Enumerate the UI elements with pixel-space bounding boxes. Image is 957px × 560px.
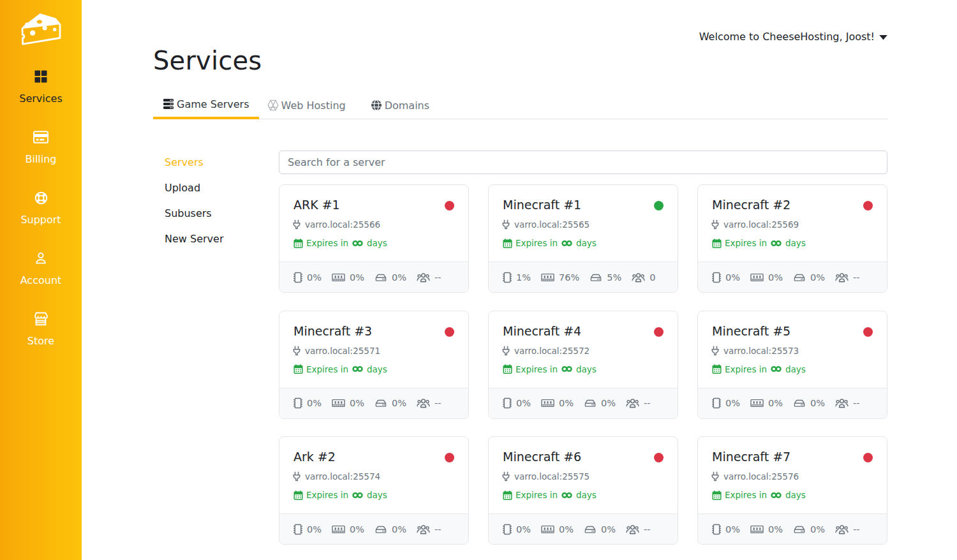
- players-stat: --: [626, 398, 650, 408]
- expiry-suffix: days: [785, 238, 806, 248]
- memory-stat: 0%: [750, 524, 783, 534]
- ram-icon: [332, 272, 345, 283]
- user-menu[interactable]: Welcome to CheeseHosting, Joost!: [699, 31, 887, 43]
- server-rack-icon: [163, 98, 174, 110]
- server-card[interactable]: Minecraft #4 varro.local:25572: [488, 311, 678, 419]
- infinity-icon: [770, 240, 782, 247]
- status-dot: [863, 201, 873, 210]
- search-input[interactable]: [279, 151, 887, 174]
- server-card-body: Ark #2 varro.local:25574: [279, 437, 468, 513]
- server-stats: 0%: [279, 388, 468, 418]
- calendar-icon: [503, 364, 512, 374]
- hexagon-globe-icon: [267, 99, 279, 111]
- server-address: varro.local:25572: [503, 346, 664, 356]
- tab-label: Web Hosting: [281, 99, 346, 112]
- subnav-item-upload[interactable]: Upload: [165, 182, 223, 195]
- people-icon: [626, 398, 639, 408]
- players-stat: 0: [632, 272, 655, 283]
- person-icon: [34, 251, 48, 266]
- people-icon: [835, 272, 849, 283]
- server-host: varro.local:25575: [514, 471, 590, 482]
- cheese-logo-icon: [16, 3, 67, 54]
- sidebar-item-account[interactable]: Account: [0, 244, 82, 304]
- server-address: varro.local:25565: [503, 219, 664, 230]
- sidebar-item-billing[interactable]: Billing: [0, 122, 82, 183]
- welcome-text: Welcome to CheeseHosting, Joost!: [699, 31, 875, 43]
- server-name: Minecraft #4: [503, 323, 644, 339]
- players-value: --: [434, 398, 441, 408]
- people-icon: [417, 272, 430, 283]
- expiry-suffix: days: [785, 364, 806, 374]
- players-stat: --: [417, 272, 441, 283]
- calendar-icon: [293, 239, 303, 248]
- tab-game-servers[interactable]: Game Servers: [153, 94, 259, 119]
- players-value: --: [434, 524, 441, 534]
- server-card[interactable]: Minecraft #3 varro.local:25571: [279, 311, 469, 419]
- disk-stat: 0%: [793, 272, 825, 283]
- server-card[interactable]: Minecraft #6 varro.local:25575: [488, 436, 678, 545]
- infinity-icon: [770, 365, 782, 372]
- server-card[interactable]: Minecraft #1 varro.local:25565: [488, 184, 678, 293]
- server-name: ARK #1: [293, 196, 435, 213]
- sidebar-item-support[interactable]: Support: [0, 183, 82, 244]
- sidebar: Services Billing: [0, 0, 82, 560]
- server-expiry: Expires in days: [503, 364, 664, 374]
- expiry-suffix: days: [367, 238, 387, 248]
- cheesehosting-logo[interactable]: [16, 3, 67, 54]
- subnav-item-servers[interactable]: Servers: [165, 156, 223, 169]
- hdd-icon: [793, 524, 806, 534]
- ram-icon: [750, 524, 764, 534]
- expiry-prefix: Expires in: [725, 238, 767, 248]
- memory-stat: 0%: [332, 398, 364, 408]
- hdd-icon: [584, 524, 597, 534]
- card-title-row: Minecraft #3: [293, 323, 454, 339]
- ram-icon: [332, 398, 345, 408]
- server-card[interactable]: Ark #2 varro.local:25574: [279, 436, 469, 545]
- tab-web-hosting[interactable]: Web Hosting: [259, 94, 361, 119]
- server-host: varro.local:25573: [723, 346, 799, 356]
- infinity-icon: [352, 240, 364, 247]
- tab-label: Domains: [385, 99, 429, 112]
- server-expiry: Expires in days: [712, 238, 873, 248]
- ram-icon: [541, 272, 554, 283]
- cpu-value: 0%: [307, 398, 322, 408]
- server-card[interactable]: ARK #1 varro.local:25566: [279, 184, 469, 293]
- server-stats: 0%: [698, 262, 887, 292]
- tab-domains[interactable]: Domains: [361, 94, 439, 119]
- memory-stat: 0%: [541, 524, 574, 534]
- server-card-body: Minecraft #4 varro.local:25572: [489, 311, 678, 388]
- cpu-value: 0%: [516, 398, 531, 408]
- people-icon: [417, 398, 430, 408]
- hdd-icon: [584, 398, 597, 408]
- sidebar-item-label: Store: [27, 336, 54, 346]
- disk-value: 0%: [810, 272, 825, 283]
- subnav-item-subusers[interactable]: Subusers: [165, 207, 223, 220]
- server-card[interactable]: Minecraft #5 varro.local:25573: [697, 311, 887, 419]
- credit-card-icon: [33, 129, 48, 145]
- memory-stat: 0%: [332, 272, 364, 283]
- server-address: varro.local:25576: [712, 471, 873, 482]
- memory-value: 0%: [350, 524, 364, 534]
- server-card[interactable]: Minecraft #7 varro.local:25576: [697, 436, 887, 545]
- server-address: varro.local:25566: [293, 219, 454, 230]
- people-icon: [417, 524, 430, 534]
- sidebar-item-store[interactable]: Store: [0, 304, 82, 365]
- expiry-suffix: days: [367, 364, 387, 374]
- players-value: --: [853, 524, 859, 534]
- cpu-chip-icon: [293, 272, 302, 283]
- plug-icon: [501, 346, 511, 356]
- sidebar-item-services[interactable]: Services: [0, 62, 82, 122]
- memory-value: 0%: [559, 398, 574, 408]
- disk-stat: 0%: [375, 398, 406, 408]
- subnav-item-new-server[interactable]: New Server: [165, 233, 223, 246]
- server-address: varro.local:25571: [293, 346, 454, 356]
- server-name: Minecraft #3: [293, 323, 435, 339]
- disk-value: 0%: [810, 524, 825, 534]
- infinity-icon: [561, 240, 573, 247]
- memory-stat: 0%: [750, 272, 783, 283]
- ram-icon: [541, 524, 554, 534]
- server-host: varro.local:25574: [305, 471, 380, 482]
- server-expiry: Expires in days: [712, 490, 873, 500]
- server-card[interactable]: Minecraft #2 varro.local:25569: [697, 184, 887, 293]
- server-expiry: Expires in days: [712, 364, 873, 374]
